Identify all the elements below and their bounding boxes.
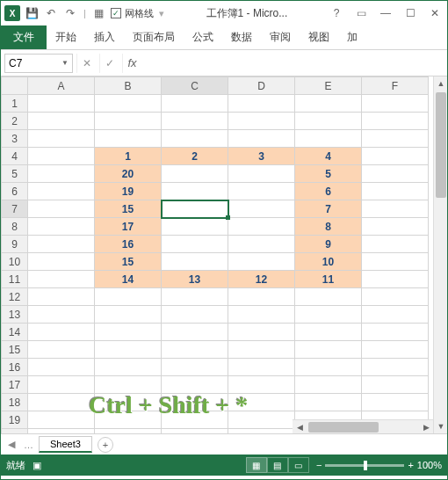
cell[interactable] (162, 95, 228, 113)
cell[interactable] (295, 376, 362, 394)
cell[interactable] (228, 200, 295, 218)
cell[interactable]: 10 (295, 253, 362, 271)
cell[interactable] (228, 236, 295, 253)
cell[interactable] (295, 394, 362, 411)
sheet-nav-prev[interactable]: ◀ (4, 439, 18, 450)
cell[interactable] (362, 324, 429, 341)
cell[interactable] (28, 95, 95, 113)
cell[interactable] (28, 165, 95, 183)
view-normal-icon[interactable]: ▦ (246, 457, 267, 473)
row-header[interactable]: 19 (2, 411, 28, 429)
cell[interactable] (95, 394, 162, 411)
gridlines-checkbox[interactable]: ✓ (111, 8, 121, 18)
cell[interactable] (95, 324, 162, 341)
cancel-icon[interactable]: ✕ (76, 54, 96, 73)
cell[interactable] (162, 288, 228, 306)
view-pagebreak-icon[interactable]: ▭ (288, 457, 309, 473)
cell[interactable]: 15 (95, 200, 162, 218)
cell[interactable] (295, 95, 362, 113)
tab-file[interactable]: 文件 (1, 25, 47, 49)
scroll-thumb-v[interactable] (436, 92, 446, 198)
cell[interactable] (162, 113, 228, 130)
tab-home[interactable]: 开始 (47, 25, 85, 49)
cell[interactable] (162, 306, 228, 324)
grid-icon[interactable]: ▦ (91, 5, 107, 21)
cell[interactable] (28, 218, 95, 236)
cell[interactable] (362, 253, 429, 271)
cell[interactable] (162, 200, 228, 218)
row-header[interactable]: 4 (2, 148, 28, 165)
cell[interactable] (28, 411, 95, 429)
cell[interactable]: 11 (295, 271, 362, 288)
cell[interactable] (295, 359, 362, 376)
cell[interactable] (162, 341, 228, 359)
cell[interactable] (362, 236, 429, 253)
scroll-left-icon[interactable]: ◀ (293, 420, 307, 433)
add-sheet-button[interactable]: + (98, 437, 113, 453)
cell[interactable]: 14 (95, 271, 162, 288)
cell[interactable] (228, 95, 295, 113)
cell[interactable] (362, 394, 429, 411)
cell[interactable] (295, 130, 362, 148)
scroll-down-icon[interactable]: ▼ (434, 419, 447, 433)
cell[interactable]: 9 (295, 236, 362, 253)
cell[interactable] (162, 394, 228, 411)
row-header[interactable]: 16 (2, 359, 28, 376)
row-header[interactable]: 1 (2, 95, 28, 113)
cell[interactable] (162, 130, 228, 148)
cell[interactable]: 7 (295, 200, 362, 218)
cell[interactable] (228, 113, 295, 130)
cell[interactable] (28, 324, 95, 341)
cell[interactable] (295, 306, 362, 324)
cell[interactable] (162, 376, 228, 394)
cell[interactable] (28, 394, 95, 411)
cell[interactable] (162, 253, 228, 271)
cell[interactable] (228, 218, 295, 236)
zoom-in-button[interactable]: + (408, 460, 413, 470)
cell[interactable] (228, 341, 295, 359)
cell[interactable]: 16 (95, 236, 162, 253)
cell[interactable] (162, 165, 228, 183)
chevron-down-icon[interactable]: ▼ (61, 59, 69, 67)
cell[interactable] (95, 376, 162, 394)
redo-icon[interactable]: ↷ (62, 5, 78, 21)
formula-input[interactable] (145, 54, 444, 73)
close-icon[interactable]: ✕ (426, 7, 444, 19)
cell[interactable] (362, 148, 429, 165)
row-header[interactable]: 11 (2, 271, 28, 288)
row-header[interactable]: 13 (2, 306, 28, 324)
column-header[interactable]: A (28, 77, 95, 95)
cell[interactable] (95, 113, 162, 130)
cell[interactable] (295, 324, 362, 341)
undo-icon[interactable]: ↶ (43, 5, 59, 21)
cell[interactable] (228, 394, 295, 411)
cell[interactable] (362, 376, 429, 394)
cell[interactable] (162, 183, 228, 200)
cell[interactable] (295, 341, 362, 359)
fx-icon[interactable]: fx (122, 54, 141, 73)
row-header[interactable]: 3 (2, 130, 28, 148)
cell[interactable] (228, 411, 295, 429)
cell[interactable] (162, 411, 228, 429)
cell[interactable] (362, 165, 429, 183)
horizontal-scrollbar[interactable]: ◀ ▶ (293, 419, 433, 433)
row-header[interactable]: 15 (2, 341, 28, 359)
cell[interactable] (362, 288, 429, 306)
cell[interactable] (228, 165, 295, 183)
cell[interactable] (228, 376, 295, 394)
cell[interactable]: 6 (295, 183, 362, 200)
column-header[interactable]: D (228, 77, 295, 95)
cell[interactable] (362, 113, 429, 130)
cell[interactable] (228, 429, 295, 434)
cell[interactable]: 4 (295, 148, 362, 165)
cell[interactable] (228, 253, 295, 271)
tab-insert[interactable]: 插入 (85, 25, 124, 49)
cell[interactable]: 8 (295, 218, 362, 236)
cell[interactable]: 17 (95, 218, 162, 236)
tab-review[interactable]: 审阅 (261, 25, 300, 49)
ribbon-options-icon[interactable]: ▭ (352, 7, 370, 19)
cell[interactable] (228, 359, 295, 376)
scroll-right-icon[interactable]: ▶ (419, 420, 433, 433)
cell[interactable] (28, 183, 95, 200)
cell[interactable] (295, 288, 362, 306)
